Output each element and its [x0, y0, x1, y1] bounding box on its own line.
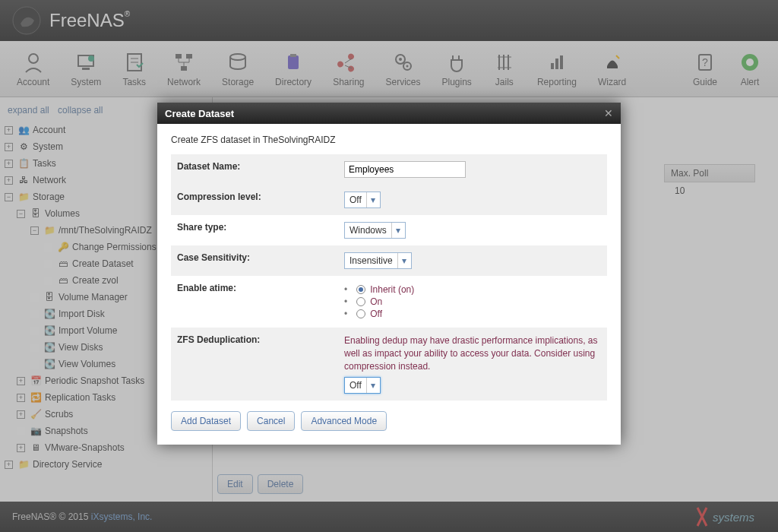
label-atime: Enable atime:	[171, 276, 338, 328]
atime-off-label: Off	[370, 309, 382, 319]
chevron-down-icon: ▾	[366, 378, 380, 393]
dedup-warning: Enabling dedup may have drastic performa…	[344, 334, 601, 372]
dataset-name-input[interactable]	[344, 161, 466, 178]
case-select[interactable]: Insensitive▾	[344, 252, 412, 269]
chevron-down-icon: ▾	[366, 192, 380, 207]
dialog-desc: Create ZFS dataset in TheSolvingRAIDZ	[171, 135, 607, 145]
add-dataset-button[interactable]: Add Dataset	[171, 411, 241, 431]
create-dataset-dialog: Create Dataset ✕ Create ZFS dataset in T…	[157, 103, 621, 445]
atime-on-label: On	[370, 296, 382, 307]
label-case: Case Sensitivity:	[171, 245, 338, 276]
atime-inherit-radio[interactable]	[356, 285, 365, 294]
dedup-select[interactable]: Off▾	[344, 377, 381, 394]
cancel-button[interactable]: Cancel	[247, 411, 295, 431]
label-dedup: ZFS Deduplication:	[171, 328, 338, 401]
atime-inherit-label: Inherit (on)	[370, 284, 414, 295]
label-share: Share type:	[171, 215, 338, 245]
label-compression: Compression level:	[171, 185, 338, 215]
dialog-title: Create Dataset	[165, 108, 234, 119]
compression-select[interactable]: Off▾	[344, 192, 381, 208]
atime-on-radio[interactable]	[356, 297, 365, 306]
chevron-down-icon: ▾	[391, 223, 405, 238]
close-icon[interactable]: ✕	[604, 107, 613, 119]
advanced-mode-button[interactable]: Advanced Mode	[301, 411, 387, 431]
dialog-titlebar: Create Dataset ✕	[157, 103, 621, 124]
atime-off-radio[interactable]	[356, 309, 365, 318]
label-dataset-name: Dataset Name:	[171, 154, 338, 185]
modal-overlay: Create Dataset ✕ Create ZFS dataset in T…	[0, 0, 778, 532]
sharetype-select[interactable]: Windows▾	[344, 222, 406, 239]
chevron-down-icon: ▾	[397, 253, 411, 268]
